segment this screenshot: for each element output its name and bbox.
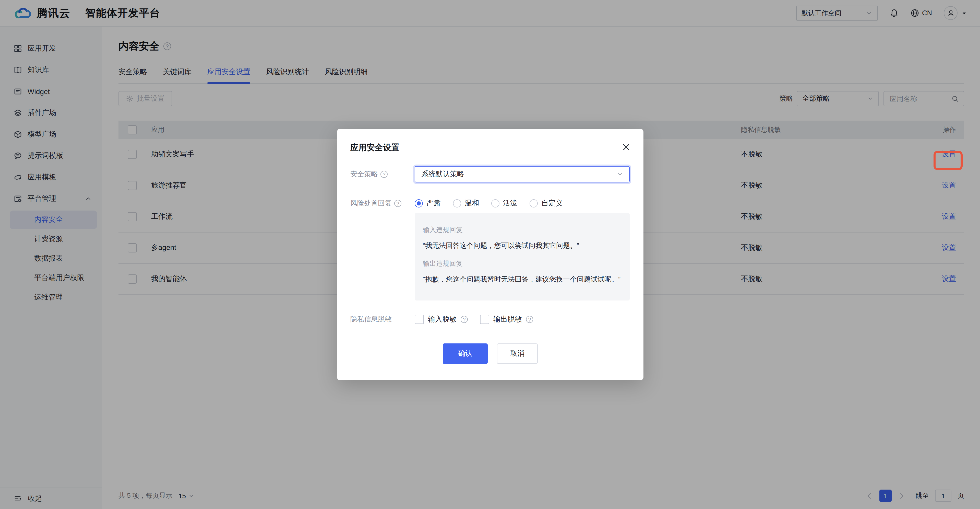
- confirm-button[interactable]: 确认: [443, 343, 488, 364]
- help-icon[interactable]: ?: [526, 316, 533, 323]
- radio-icon: [530, 199, 538, 207]
- output-violation-text: “抱歉，您这个问题我暂时无法回答，建议您换一个问题试试呢。”: [423, 275, 622, 284]
- checkbox-icon: [480, 315, 489, 324]
- app-security-settings-dialog: 应用安全设置 安全策略 ? 系统默认策略 风险处置回复 ?: [337, 129, 643, 380]
- radio-selected-icon: [415, 199, 423, 207]
- output-violation-label: 输出违规回复: [423, 259, 622, 268]
- privacy-masking-label: 隐私信息脱敏: [350, 315, 415, 324]
- click-highlight-annotation: [934, 151, 963, 170]
- security-policy-select[interactable]: 系统默认策略: [415, 166, 630, 182]
- input-violation-label: 输入违规回复: [423, 225, 622, 235]
- help-icon[interactable]: ?: [461, 316, 468, 323]
- input-masking-option[interactable]: 输入脱敏 ?: [415, 315, 468, 324]
- radio-option-lively[interactable]: 活泼: [491, 199, 517, 208]
- cancel-button[interactable]: 取消: [497, 343, 538, 364]
- radio-option-custom[interactable]: 自定义: [530, 199, 563, 208]
- screen: 腾讯云 智能体开发平台 默认工作空间 CN: [0, 0, 980, 509]
- security-policy-label: 安全策略 ?: [350, 170, 415, 179]
- radio-icon: [491, 199, 500, 207]
- dialog-title: 应用安全设置: [350, 142, 630, 153]
- privacy-masking-options: 输入脱敏 ? 输出脱敏 ?: [415, 315, 533, 324]
- security-policy-value: 系统默认策略: [421, 170, 464, 179]
- risk-reply-label: 风险处置回复 ?: [350, 199, 415, 208]
- radio-option-mild[interactable]: 温和: [453, 199, 479, 208]
- violation-reply-preview: 输入违规回复 “我无法回答这个问题，您可以尝试问我其它问题。” 输出违规回复 “…: [415, 213, 630, 300]
- radio-icon: [453, 199, 461, 207]
- radio-option-serious[interactable]: 严肃: [415, 199, 441, 208]
- input-violation-text: “我无法回答这个问题，您可以尝试问我其它问题。”: [423, 241, 622, 251]
- help-icon[interactable]: ?: [380, 171, 388, 178]
- chevron-down-icon: [617, 171, 623, 177]
- help-icon[interactable]: ?: [394, 200, 401, 207]
- risk-reply-radio-group: 严肃 温和 活泼 自定义: [415, 199, 563, 208]
- output-masking-option[interactable]: 输出脱敏 ?: [480, 315, 533, 324]
- close-icon[interactable]: [621, 142, 631, 152]
- checkbox-icon: [415, 315, 424, 324]
